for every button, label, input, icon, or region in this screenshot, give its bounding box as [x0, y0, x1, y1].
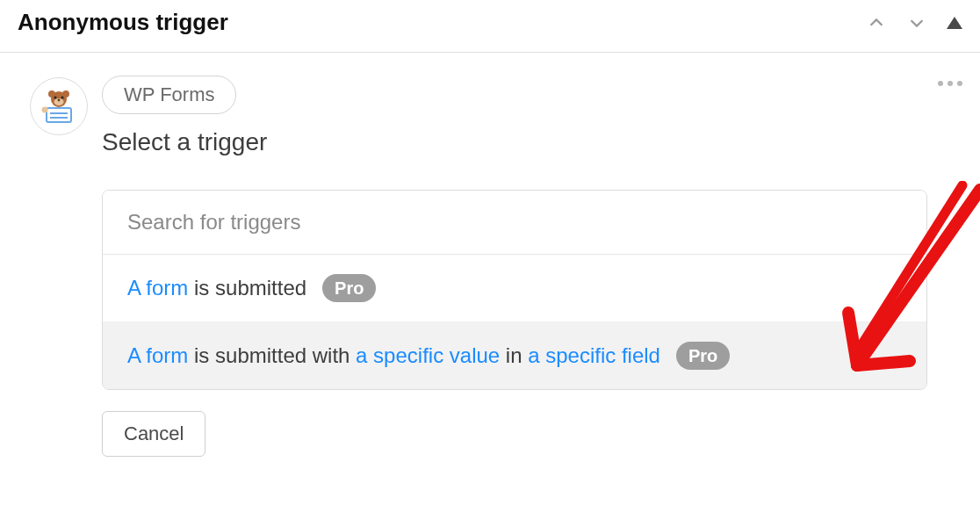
main-column: WP Forms Select a trigger Search for tri…: [102, 76, 962, 457]
panel-header: Anonymous trigger: [0, 0, 980, 53]
trigger-dropdown: Search for triggers A form is submittedP…: [102, 190, 927, 390]
chevron-up-icon[interactable]: [866, 12, 887, 33]
svg-point-4: [54, 96, 56, 98]
more-options-icon[interactable]: [938, 76, 962, 86]
trigger-option-text: A form is submitted: [127, 276, 306, 300]
svg-point-10: [42, 107, 48, 113]
svg-rect-7: [47, 108, 71, 122]
svg-point-5: [61, 96, 63, 98]
header-controls: [866, 12, 962, 33]
svg-point-2: [62, 90, 69, 97]
pro-badge: Pro: [322, 274, 376, 302]
page-title: Anonymous trigger: [18, 9, 228, 36]
svg-point-1: [48, 90, 55, 97]
cancel-button[interactable]: Cancel: [102, 411, 205, 457]
integration-avatar: [30, 77, 88, 135]
collapse-triangle-icon[interactable]: [947, 17, 962, 29]
search-input[interactable]: Search for triggers: [103, 191, 926, 255]
panel-body: WP Forms Select a trigger Search for tri…: [0, 53, 980, 457]
section-heading: Select a trigger: [102, 128, 962, 156]
avatar-column: [30, 76, 102, 457]
chevron-down-icon[interactable]: [906, 12, 927, 33]
trigger-option-1[interactable]: A form is submitted with a specific valu…: [103, 321, 926, 389]
trigger-option-text: A form is submitted with a specific valu…: [127, 343, 660, 368]
trigger-option-0[interactable]: A form is submittedPro: [103, 255, 926, 321]
svg-point-6: [58, 99, 61, 102]
integration-tag[interactable]: WP Forms: [102, 76, 236, 114]
pro-badge: Pro: [676, 342, 730, 370]
